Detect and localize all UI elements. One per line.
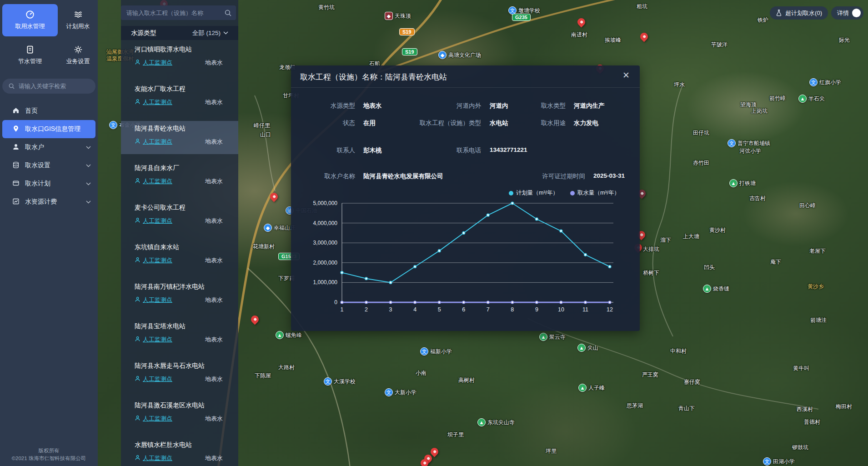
svg-text:2,000,000: 2,000,000 [313, 260, 338, 266]
nav-item-home[interactable]: 首页 [2, 102, 95, 120]
water-source-type: 地表水 [205, 138, 223, 146]
map-place-label: 黄牛叫 [793, 365, 809, 372]
legend-item[interactable]: 计划量（m³/年） [509, 189, 558, 197]
station-name: 陆河县自来水厂 [135, 164, 223, 172]
field-value: 13432771221 [490, 146, 527, 153]
station-list-item[interactable]: 友能水厂取水工程 人工监测点 地表水 [121, 81, 238, 115]
person-icon [135, 257, 140, 264]
school-poi-icon: 文 [109, 121, 117, 129]
svg-text:1,000,000: 1,000,000 [313, 279, 338, 286]
field-value: 2025-03-31 [593, 172, 625, 179]
modal-field: 联系电话 13432771221 [300, 146, 649, 155]
app-label: 取用水管理 [15, 22, 45, 30]
manual-monitor-link[interactable]: 人工监测点 [135, 138, 172, 146]
school-poi-icon: 文 [728, 139, 736, 147]
map-place-label: 庵下 [770, 258, 781, 266]
nav-item-pin[interactable]: 取水口GIS信息管理 [2, 120, 95, 138]
map-place-label: 际光 [839, 36, 850, 44]
station-list-item[interactable]: 陆河县青砼水电站 人工监测点 地表水 [121, 121, 238, 154]
station-name: 陆河县青砼水电站 [135, 125, 223, 133]
green-poi-icon: ▲ [577, 344, 586, 352]
over-plan-intake-button[interactable]: 超计划取水(0) [770, 6, 828, 20]
detail-toggle[interactable]: 详情 [831, 6, 863, 20]
blue-poi-icon: ◆ [264, 224, 272, 232]
station-search-input[interactable] [126, 10, 225, 16]
manual-monitor-link[interactable]: 人工监测点 [135, 98, 172, 106]
school-poi-icon: 文 [763, 457, 771, 466]
station-name: 陆河县宝塔水电站 [135, 322, 223, 331]
app-button-waves[interactable]: 计划用水 [60, 4, 95, 36]
map-place-label: 老屋下 [809, 247, 826, 255]
pin-icon [12, 125, 20, 134]
nav-item-chart[interactable]: 水资源计费 [2, 193, 95, 211]
svg-text:2: 2 [365, 306, 368, 313]
manual-monitor-link[interactable]: 人工监测点 [135, 177, 172, 185]
person-icon [135, 59, 140, 66]
meter-icon [25, 10, 35, 19]
filter-dropdown[interactable]: 全部 (125) [192, 29, 228, 37]
over-plan-label: 超计划取水(0) [785, 9, 822, 17]
modal-field: 许可证过期时间 2025-03-31 [300, 172, 649, 181]
station-list-item[interactable]: 水唇镇水栏肚水电站 人工监测点 地表水 [121, 437, 238, 466]
sidebar-search[interactable] [2, 79, 95, 94]
map-place-label: S19 [399, 28, 415, 35]
station-list-item[interactable]: 陆河县南万镇杞洋水电站 人工监测点 地表水 [121, 279, 238, 312]
station-list-item[interactable]: 东坑镇自来水站 人工监测点 地表水 [121, 240, 238, 273]
manual-monitor-link[interactable]: 人工监测点 [135, 415, 172, 423]
station-list-item[interactable]: 陆河县水唇走马石水电站 人工监测点 地表水 [121, 358, 238, 391]
manual-monitor-link[interactable]: 人工监测点 [135, 336, 172, 344]
nav-label: 取水户 [25, 143, 44, 151]
manual-monitor-link[interactable]: 人工监测点 [135, 217, 172, 225]
app-button-meter[interactable]: 取用水管理 [2, 4, 58, 36]
manual-monitor-link[interactable]: 人工监测点 [135, 256, 172, 265]
station-list-item[interactable]: 陆河县自来水厂 人工监测点 地表水 [121, 160, 238, 194]
chevron-down-icon [223, 31, 228, 35]
sidebar-search-input[interactable] [19, 83, 82, 90]
map-place-label: 锣鼓坑 [792, 444, 808, 451]
manual-monitor-link[interactable]: 人工监测点 [135, 296, 172, 304]
svg-text:4: 4 [413, 306, 416, 313]
nav-label: 取水口GIS信息管理 [25, 125, 80, 133]
app-switcher: 取用水管理 计划用水 节水管理 业务设置 [0, 0, 98, 71]
map-place-label: 坪水 [674, 81, 685, 89]
map-place-label: ▲烧香缝 [703, 285, 729, 293]
map-place-label: S19 [402, 48, 417, 55]
map-place-label: 普德村 [804, 418, 820, 426]
svg-text:11: 11 [582, 306, 588, 313]
manual-monitor-link[interactable]: 人工监测点 [135, 375, 172, 383]
manual-monitor-link[interactable]: 人工监测点 [135, 59, 172, 67]
close-icon[interactable]: ✕ [622, 71, 630, 80]
svg-text:10: 10 [558, 306, 564, 313]
legend-item[interactable]: 取水量（m³/年） [570, 189, 620, 197]
station-list-item[interactable]: 陆河县激石溪老区水电站 人工监测点 地表水 [121, 398, 238, 431]
station-search[interactable] [121, 5, 236, 20]
doc-icon [25, 45, 35, 54]
station-detail-modal: 取水工程（设施）名称：陆河县青砼水电站 ✕ 水源类型 地表水河道内外 河道内取水… [291, 65, 640, 331]
svg-text:5: 5 [438, 306, 441, 313]
intake-plan-chart: 01,000,0002,000,0003,000,0004,000,0005,0… [308, 196, 622, 317]
water-source-type: 地表水 [205, 454, 223, 462]
station-name: 麦卡公司取水工程 [135, 204, 223, 212]
nav-item-user[interactable]: 取水户 [2, 138, 95, 156]
map-place-label: 中和村 [670, 347, 687, 355]
green-poi-icon: ▲ [276, 331, 284, 339]
water-source-type: 地表水 [205, 59, 223, 67]
map-place-label: 嶂仔里 [254, 122, 270, 130]
filter-title: 水源类型 [131, 29, 156, 37]
modal-field: 取水类型 河道内生产 [300, 102, 649, 111]
field-label: 许可证过期时间 [500, 172, 585, 180]
app-button-doc[interactable]: 节水管理 [2, 39, 58, 71]
map-place-label: 下陈屋 [255, 372, 271, 380]
station-panel: 水源类型 全部 (125) 河口镇唱歌潭水电站 人工监测点 地表水 友能水厂取水… [121, 0, 238, 466]
station-list-item[interactable]: 河口镇唱歌潭水电站 人工监测点 地表水 [121, 42, 238, 75]
station-list-item[interactable]: 麦卡公司取水工程 人工监测点 地表水 [121, 200, 238, 233]
manual-monitor-link[interactable]: 人工监测点 [135, 454, 172, 462]
field-label: 联系电话 [382, 146, 481, 155]
nav-item-card[interactable]: 取水计划 [2, 175, 95, 193]
svg-text:7: 7 [487, 306, 490, 313]
nav-item-db[interactable]: 取水设置 [2, 156, 95, 175]
station-list-item[interactable]: 陆河县宝塔水电站 人工监测点 地表水 [121, 319, 238, 352]
road-badge: S19 [399, 28, 415, 35]
toggle-knob[interactable] [852, 9, 861, 17]
app-button-gear[interactable]: 业务设置 [60, 39, 95, 71]
